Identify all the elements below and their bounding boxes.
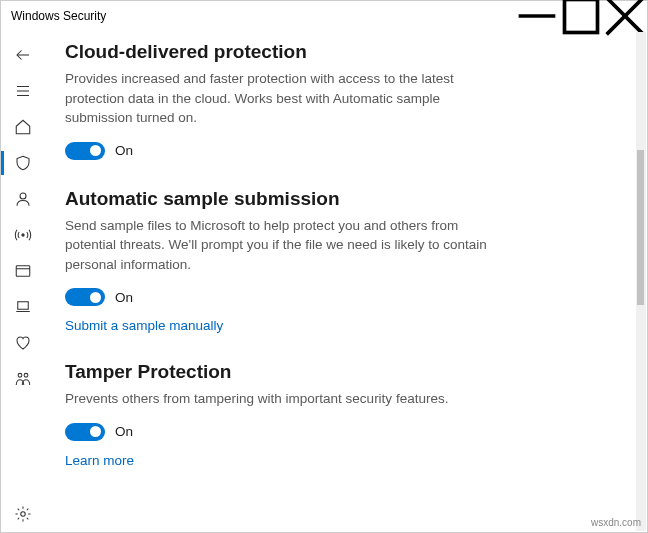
app-window-icon <box>14 262 32 280</box>
heart-icon <box>14 334 32 352</box>
toggle-state-label: On <box>115 290 133 305</box>
person-icon <box>14 190 32 208</box>
sidebar-item-virus-protection[interactable] <box>1 145 45 181</box>
laptop-icon <box>14 298 32 316</box>
sidebar-item-device-security[interactable] <box>1 289 45 325</box>
section-description: Prevents others from tampering with impo… <box>65 389 495 409</box>
sidebar-item-app-browser[interactable] <box>1 253 45 289</box>
section-title: Automatic sample submission <box>65 188 619 210</box>
menu-button[interactable] <box>1 73 45 109</box>
section-cloud-protection: Cloud-delivered protection Provides incr… <box>65 41 619 160</box>
maximize-button[interactable] <box>559 1 603 31</box>
window-controls <box>515 1 647 31</box>
app-body: Cloud-delivered protection Provides incr… <box>1 31 647 532</box>
watermark: wsxdn.com <box>591 517 641 528</box>
section-title: Tamper Protection <box>65 361 619 383</box>
toggle-row: On <box>65 423 619 441</box>
svg-point-15 <box>21 512 26 517</box>
antenna-icon <box>14 226 32 244</box>
svg-rect-12 <box>18 302 29 310</box>
svg-rect-1 <box>565 0 598 33</box>
sidebar-item-home[interactable] <box>1 109 45 145</box>
svg-point-8 <box>20 193 26 199</box>
section-tamper-protection: Tamper Protection Prevents others from t… <box>65 361 619 468</box>
sidebar-item-family-options[interactable] <box>1 361 45 397</box>
toggle-state-label: On <box>115 143 133 158</box>
sidebar-item-device-performance[interactable] <box>1 325 45 361</box>
sidebar-item-settings[interactable] <box>1 496 45 532</box>
content-area: Cloud-delivered protection Provides incr… <box>45 31 647 532</box>
sample-submission-toggle[interactable] <box>65 288 105 306</box>
toggle-knob <box>90 292 101 303</box>
toggle-row: On <box>65 142 619 160</box>
app-window: Windows Security <box>0 0 648 533</box>
back-button[interactable] <box>1 37 45 73</box>
scrollbar-thumb[interactable] <box>637 150 644 305</box>
cloud-protection-toggle[interactable] <box>65 142 105 160</box>
close-button[interactable] <box>603 1 647 31</box>
toggle-knob <box>90 145 101 156</box>
tamper-protection-toggle[interactable] <box>65 423 105 441</box>
toggle-state-label: On <box>115 424 133 439</box>
submit-sample-link[interactable]: Submit a sample manually <box>65 318 619 333</box>
svg-rect-10 <box>16 266 30 277</box>
family-icon <box>14 370 32 388</box>
minimize-button[interactable] <box>515 1 559 31</box>
svg-point-9 <box>22 234 24 236</box>
sidebar <box>1 31 45 532</box>
scrollbar-track[interactable] <box>636 32 646 531</box>
section-sample-submission: Automatic sample submission Send sample … <box>65 188 619 334</box>
arrow-left-icon <box>14 46 32 64</box>
sidebar-item-account-protection[interactable] <box>1 181 45 217</box>
learn-more-link[interactable]: Learn more <box>65 453 619 468</box>
home-icon <box>14 118 32 136</box>
sidebar-item-firewall[interactable] <box>1 217 45 253</box>
gear-icon <box>14 505 32 523</box>
shield-icon <box>14 154 32 172</box>
section-title: Cloud-delivered protection <box>65 41 619 63</box>
section-description: Send sample files to Microsoft to help p… <box>65 216 495 275</box>
svg-point-13 <box>18 373 22 377</box>
toggle-row: On <box>65 288 619 306</box>
hamburger-icon <box>14 82 32 100</box>
titlebar: Windows Security <box>1 1 647 31</box>
toggle-knob <box>90 426 101 437</box>
section-description: Provides increased and faster protection… <box>65 69 495 128</box>
svg-point-14 <box>24 373 28 377</box>
window-title: Windows Security <box>11 9 106 23</box>
